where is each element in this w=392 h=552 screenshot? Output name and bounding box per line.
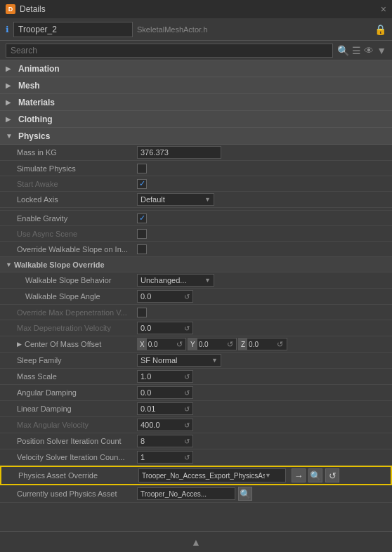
walkable-slope-behavior-dropdown[interactable]: Unchanged... ▼	[137, 274, 214, 287]
properties-content: ▶ Animation ▶ Mesh ▶ Materials ▶ Clothin…	[0, 60, 392, 531]
mass-kg-value	[137, 146, 392, 159]
sleep-family-value: SF Normal ▼	[137, 354, 392, 367]
sleep-family-label: Sleep Family	[0, 356, 137, 364]
max-dep-velocity-reset[interactable]: ↺	[184, 324, 190, 332]
actor-name-input[interactable]	[13, 22, 133, 37]
linear-damping-reset[interactable]: ↺	[184, 405, 190, 413]
angular-damping-num: 0.0	[141, 388, 151, 397]
override-max-dep-checkbox[interactable]	[137, 308, 147, 317]
close-button[interactable]: ×	[381, 4, 386, 15]
title-bar-text: Details	[20, 4, 377, 14]
section-clothing[interactable]: ▶ Clothing	[0, 111, 392, 128]
physics-asset-override-value: Trooper_No_Access_Export_PhysicsAsset ▼ …	[138, 468, 391, 482]
dropdown-arrow-icon[interactable]: ▼	[377, 45, 386, 56]
currently-used-asset-value: Trooper_No_Acces... 🔍	[137, 487, 392, 501]
position-solver-row: Position Solver Iteration Count 8 ↺	[0, 433, 392, 449]
search-input[interactable]	[6, 44, 333, 58]
override-walkable-checkbox[interactable]	[137, 244, 147, 254]
enable-gravity-label: Enable Gravity	[0, 214, 137, 223]
walkable-slope-behavior-option: Unchanged...	[141, 276, 186, 284]
asset-reset-icon[interactable]: ↺	[325, 468, 339, 482]
simulate-physics-row: Simulate Physics	[0, 161, 392, 176]
sleep-family-row: Sleep Family SF Normal ▼	[0, 353, 392, 369]
currently-used-asset-field: Trooper_No_Acces...	[137, 487, 235, 500]
section-physics[interactable]: ▼ Physics	[0, 128, 392, 145]
mass-kg-row: Mass in KG	[0, 145, 392, 161]
angular-damping-field[interactable]: 0.0 ↺	[137, 386, 193, 399]
locked-axis-dropdown[interactable]: Default ▼	[137, 193, 214, 206]
max-dep-velocity-num: 0.0	[141, 324, 151, 332]
walkable-slope-angle-row: Walkable Slope Angle 0.0 ↺	[0, 289, 392, 305]
materials-arrow: ▶	[6, 98, 14, 106]
asset-navigate-icon[interactable]: →	[292, 468, 306, 482]
simulate-physics-checkbox[interactable]	[137, 164, 147, 173]
position-solver-num: 8	[141, 437, 145, 445]
animation-arrow: ▶	[6, 65, 14, 72]
max-angular-velocity-reset[interactable]: ↺	[184, 421, 190, 429]
z-reset[interactable]: ↺	[275, 340, 285, 349]
search-icon[interactable]: 🔍	[337, 45, 349, 56]
mass-scale-row: Mass Scale 1.0 ↺	[0, 369, 392, 385]
velocity-solver-field[interactable]: 1 ↺	[137, 451, 193, 464]
x-input[interactable]	[147, 341, 175, 348]
mesh-title: Mesh	[18, 81, 40, 91]
max-dep-velocity-value: 0.0 ↺	[137, 322, 392, 334]
y-reset[interactable]: ↺	[226, 340, 235, 349]
locked-axis-label: Locked Axis	[0, 195, 137, 204]
enable-gravity-checkbox[interactable]	[137, 213, 147, 223]
start-awake-label: Start Awake	[0, 180, 137, 188]
walkable-slope-header[interactable]: ▼ Walkable Slope Override	[0, 257, 392, 272]
x-label: X	[138, 339, 147, 350]
max-dep-velocity-row: Max Depenetration Velocity 0.0 ↺	[0, 320, 392, 336]
eye-icon[interactable]: 👁	[364, 45, 374, 56]
x-reset[interactable]: ↺	[175, 340, 184, 349]
lock-icon[interactable]: 🔒	[374, 24, 386, 35]
simulate-physics-label: Simulate Physics	[0, 164, 137, 173]
linear-damping-field[interactable]: 0.01 ↺	[137, 402, 193, 415]
velocity-solver-row: Velocity Solver Iteration Coun... 1 ↺	[0, 449, 392, 466]
currently-used-search-icon[interactable]: 🔍	[238, 487, 252, 501]
x-field: X ↺	[137, 338, 186, 350]
start-awake-checkbox[interactable]	[137, 179, 147, 189]
max-dep-velocity-field[interactable]: 0.0 ↺	[137, 322, 193, 334]
y-label: Y	[188, 339, 197, 350]
angular-damping-reset[interactable]: ↺	[184, 389, 190, 397]
walkable-slope-behavior-value: Unchanged... ▼	[137, 274, 392, 287]
section-materials[interactable]: ▶ Materials	[0, 94, 392, 111]
physics-asset-override-row: Physics Asset Override Trooper_No_Access…	[0, 466, 392, 485]
start-awake-row: Start Awake	[0, 176, 392, 192]
asset-search-icon[interactable]: 🔍	[308, 468, 322, 482]
walkable-slope-title: Walkable Slope Override	[14, 261, 105, 269]
y-input[interactable]	[197, 341, 226, 348]
xyz-fields: X ↺ Y ↺ Z ↺	[137, 338, 287, 350]
mass-kg-input[interactable]	[137, 146, 221, 159]
position-solver-reset[interactable]: ↺	[184, 438, 190, 445]
mass-scale-reset[interactable]: ↺	[184, 373, 190, 381]
sleep-family-dropdown[interactable]: SF Normal ▼	[137, 354, 221, 367]
section-animation[interactable]: ▶ Animation	[0, 60, 392, 77]
list-view-icon[interactable]: ☰	[352, 45, 361, 56]
title-bar: D Details ×	[0, 0, 392, 18]
walkable-slope-angle-num: 0.0	[141, 292, 151, 301]
z-input[interactable]	[247, 341, 275, 348]
physics-asset-override-dropdown[interactable]: Trooper_No_Access_Export_PhysicsAsset ▼	[138, 468, 286, 482]
position-solver-value: 8 ↺	[137, 435, 392, 447]
use-async-scene-checkbox[interactable]	[137, 229, 147, 239]
velocity-solver-reset[interactable]: ↺	[184, 454, 190, 461]
expand-arrow[interactable]: ▲	[191, 537, 201, 548]
walkable-slope-angle-reset[interactable]: ↺	[184, 293, 190, 301]
walkable-slope-angle-label: Walkable Slope Angle	[0, 292, 137, 301]
mass-scale-label: Mass Scale	[0, 372, 137, 381]
center-of-mass-arrow[interactable]: ▶	[17, 341, 22, 348]
locked-axis-arrow: ▼	[204, 196, 211, 203]
mesh-arrow: ▶	[6, 81, 14, 89]
max-angular-velocity-field[interactable]: 400.0 ↺	[137, 419, 193, 431]
search-bar: 🔍 ☰ 👁 ▼	[0, 41, 392, 60]
mass-scale-field[interactable]: 1.0 ↺	[137, 370, 193, 383]
clothing-title: Clothing	[18, 114, 53, 124]
center-of-mass-label: ▶ Center Of Mass Offset	[0, 340, 137, 348]
position-solver-field[interactable]: 8 ↺	[137, 435, 193, 447]
walkable-slope-angle-field[interactable]: 0.0 ↺	[137, 290, 193, 303]
locked-axis-row: Locked Axis Default ▼	[0, 192, 392, 208]
section-mesh[interactable]: ▶ Mesh	[0, 77, 392, 94]
